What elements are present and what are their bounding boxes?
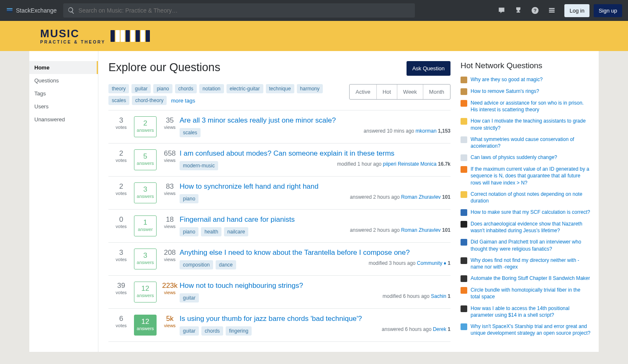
hot-question-item: Can laws of physics suddenly change?	[461, 154, 591, 161]
filter-tag[interactable]: guitar	[131, 84, 151, 93]
hot-question-link[interactable]: Why are they so good at magic?	[471, 76, 543, 83]
tab-week[interactable]: Week	[397, 85, 423, 99]
question-title[interactable]: How to synchronize left hand and right h…	[180, 182, 450, 191]
site-favicon	[461, 221, 467, 228]
hot-question-link[interactable]: How was I able to access the 14th positi…	[471, 305, 591, 318]
user-link[interactable]: piiperi Reinstate Monica	[383, 161, 437, 167]
site-favicon	[461, 323, 467, 330]
site-banner: MUSIC PRACTICE & THEORY	[0, 21, 628, 51]
filter-tag[interactable]: notation	[199, 84, 224, 93]
filter-tag[interactable]: electric-guitar	[226, 84, 263, 93]
user-link[interactable]: Community ♦	[417, 260, 446, 266]
answers-box: 5answers	[134, 149, 157, 170]
hot-question-link[interactable]: Why does find not find my directory neit…	[471, 257, 591, 270]
user-link[interactable]: Sachin	[431, 293, 446, 299]
hot-question-link[interactable]: How to make sure that my SCF calculation…	[471, 209, 590, 216]
search-wrap[interactable]	[63, 3, 415, 18]
site-favicon	[461, 118, 467, 125]
hot-question-link[interactable]: Circle bundle with homotopically trivial…	[471, 287, 591, 300]
filter-tag[interactable]: technique	[266, 84, 294, 93]
nav-questions[interactable]: Questions	[29, 74, 98, 87]
question-tag[interactable]: piano	[180, 194, 198, 203]
filter-tags: theoryguitarpianochordsnotationelectric-…	[108, 84, 326, 105]
more-tags-link[interactable]: more tags	[171, 97, 195, 104]
user-link[interactable]: mkorman	[416, 128, 437, 134]
question-title[interactable]: How not to touch neighbouring strings?	[180, 282, 450, 290]
views-box: 35views	[160, 116, 180, 137]
inbox-icon[interactable]	[494, 3, 509, 18]
hot-question-item: Automate the Boring Stuff Chapter 8 Sand…	[461, 275, 591, 282]
hot-question-link[interactable]: Automate the Boring Stuff Chapter 8 Sand…	[471, 275, 590, 282]
votes-box: 2votes	[112, 149, 131, 170]
sites-menu-icon[interactable]	[544, 3, 559, 18]
question-tag[interactable]: nailcare	[224, 227, 248, 236]
nav-unanswered[interactable]: Unanswered	[29, 113, 98, 126]
ask-question-button[interactable]: Ask Question	[407, 61, 450, 76]
site-favicon	[461, 209, 467, 216]
question-tag[interactable]: composition	[180, 260, 213, 269]
question-activity: answered 2 hours ago Roman Zhuravlev 101	[350, 194, 450, 200]
hot-question-item: If the maximum current value of an ID ge…	[461, 166, 591, 186]
stackexchange-logo[interactable]: StackExchange	[6, 7, 57, 14]
hot-question-link[interactable]: Correct notation of ghost notes dependin…	[471, 191, 591, 204]
filter-tag[interactable]: chords	[175, 84, 197, 93]
question-tag[interactable]: dance	[216, 260, 236, 269]
question-row: 3votes3answers208viewsAnything else I ne…	[108, 243, 450, 276]
hot-question-link[interactable]: How to remove Saturn's rings?	[471, 88, 539, 95]
votes-box: 2votes	[112, 182, 131, 203]
user-link[interactable]: Derek	[433, 326, 446, 332]
tab-month[interactable]: Month	[423, 85, 450, 99]
hot-question-link[interactable]: Why isn't SpaceX's Starship trial and er…	[471, 323, 591, 336]
nav-tags[interactable]: Tags	[29, 87, 98, 100]
question-tag[interactable]: guitar	[180, 293, 199, 302]
question-title[interactable]: Fingernail and hand care for pianists	[180, 215, 450, 224]
search-input[interactable]	[75, 7, 411, 14]
hot-question-link[interactable]: Does archaeological evidence show that N…	[471, 220, 591, 234]
votes-box: 3votes	[112, 249, 131, 269]
filter-tag[interactable]: chord-theory	[132, 96, 167, 105]
login-button[interactable]: Log in	[564, 4, 589, 17]
question-activity: modified 1 hour ago piiperi Reinstate Mo…	[337, 161, 450, 167]
page-title: Explore our Questions	[108, 61, 220, 74]
sidebar: Hot Network Questions Why are they so go…	[461, 51, 599, 352]
site-favicon	[461, 136, 467, 143]
question-title[interactable]: Is using your thumb for jazz barre chord…	[180, 315, 450, 323]
hot-question-link[interactable]: If the maximum current value of an ID ge…	[471, 166, 591, 186]
site-favicon	[461, 287, 467, 294]
nav-home[interactable]: Home	[29, 61, 98, 74]
trophy-icon[interactable]	[511, 3, 526, 18]
question-tag[interactable]: fingering	[226, 326, 252, 336]
question-tag[interactable]: chords	[201, 326, 223, 336]
filter-tag[interactable]: theory	[108, 84, 129, 93]
hot-question-link[interactable]: How can I motivate the teaching assistan…	[471, 118, 591, 131]
tab-active[interactable]: Active	[350, 85, 376, 99]
question-title[interactable]: Anything else I need to know about the T…	[180, 249, 450, 257]
question-tag[interactable]: piano	[180, 227, 198, 236]
hot-question-link[interactable]: Need advice or assistance for son who is…	[471, 100, 591, 113]
question-activity: answered 2 hours ago Roman Zhuravlev 101	[350, 227, 450, 233]
signup-button[interactable]: Sign up	[594, 4, 622, 17]
answers-box: 12answers	[134, 282, 157, 302]
question-tag[interactable]: scales	[180, 128, 201, 137]
hot-question-link[interactable]: Did Gaiman and Pratchett troll an interv…	[471, 238, 591, 252]
views-box: 223kviews	[160, 282, 180, 302]
filter-tag[interactable]: harmony	[297, 84, 323, 93]
hot-question-item: Did Gaiman and Pratchett troll an interv…	[461, 238, 591, 252]
search-icon	[67, 7, 75, 14]
user-link[interactable]: Roman Zhuravlev	[401, 227, 441, 233]
question-tag[interactable]: guitar	[180, 326, 199, 336]
tab-hot[interactable]: Hot	[376, 85, 397, 99]
hot-question-link[interactable]: Can laws of physics suddenly change?	[471, 154, 557, 161]
user-link[interactable]: Roman Zhuravlev	[401, 194, 441, 200]
help-icon[interactable]: ?	[528, 3, 543, 18]
question-tag[interactable]: modern-music	[180, 161, 218, 170]
filter-tag[interactable]: scales	[108, 96, 129, 105]
question-tag[interactable]: health	[201, 227, 221, 236]
filter-tag[interactable]: piano	[153, 84, 172, 93]
hot-question-link[interactable]: What symmetries would cause conservation…	[471, 136, 591, 149]
svg-rect-1	[7, 10, 13, 11]
question-title[interactable]: Are all 3 minor scales really just one m…	[180, 116, 450, 125]
question-title[interactable]: I am confused about modes? Can someone e…	[180, 149, 450, 158]
site-favicon	[461, 166, 467, 173]
nav-users[interactable]: Users	[29, 100, 98, 113]
